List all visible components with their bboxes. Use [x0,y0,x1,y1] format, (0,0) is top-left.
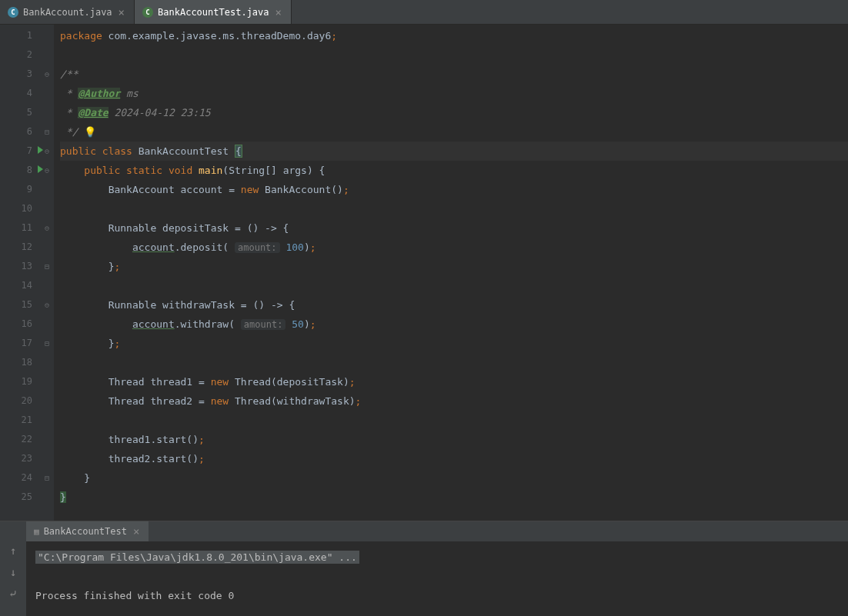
code-line[interactable] [60,199,848,218]
fold-icon[interactable]: ⊖ [40,65,54,84]
line-number: 16 [0,315,40,334]
run-tab[interactable]: ▦ BankAccountTest × [26,521,149,541]
intention-bulb-icon[interactable]: 💡 [84,122,96,142]
close-icon[interactable]: × [117,6,126,18]
fold-icon[interactable]: ⊟ [40,257,54,276]
code-line[interactable]: } [60,488,848,507]
line-number: 19 [0,372,40,391]
line-number: 13 [0,257,40,276]
tab-label: BankAccount.java [23,7,112,18]
code-line[interactable]: BankAccount account = new BankAccount(); [60,180,848,199]
code-line[interactable]: Thread thread1 = new Thread(depositTask)… [60,372,848,391]
code-line[interactable]: /** [60,65,848,84]
close-icon[interactable]: × [274,6,283,18]
tab-label: BankAccountTest.java [158,7,269,18]
code-line[interactable]: Runnable withdrawTask = () -> { [60,295,848,315]
line-number: 9 [0,180,40,199]
run-panel: ↑ ↓ ⤶ ▦ BankAccountTest × "C:\Program Fi… [0,521,848,616]
run-gutter-icon[interactable] [38,146,43,154]
run-tab-label: BankAccountTest [44,526,127,537]
line-number: 12 [0,238,40,257]
line-number: 23 [0,449,40,468]
line-number: 6 [0,122,40,142]
line-number: 8 [0,161,40,180]
code-line[interactable]: Thread thread2 = new Thread(withdrawTask… [60,391,848,411]
line-number: 21 [0,411,40,430]
console-command: "C:\Program Files\Java\jdk1.8.0_201\bin\… [35,551,359,564]
line-number: 7 [0,142,40,161]
code-line[interactable]: * @Author ms [60,84,848,103]
run-toolbar: ↑ ↓ ⤶ [0,521,26,616]
editor-tab-bar: C BankAccount.java × C BankAccountTest.j… [0,0,848,25]
line-number: 11 [0,218,40,238]
close-icon[interactable]: × [132,525,141,538]
fold-icon[interactable]: ⊖ [40,218,54,238]
console-exit-line: Process finished with exit code 0 [35,590,234,601]
code-line[interactable]: thread1.start(); [60,430,848,449]
line-number: 5 [0,103,40,122]
fold-icon[interactable]: ⊟ [40,122,54,142]
console-output[interactable]: "C:\Program Files\Java\jdk1.8.0_201\bin\… [26,541,848,616]
line-number: 18 [0,353,40,372]
arrow-down-icon[interactable]: ↓ [10,566,16,578]
code-line[interactable]: */ 💡 [60,122,848,142]
code-line[interactable]: public class BankAccountTest { [60,142,848,161]
fold-icon[interactable]: ⊟ [40,334,54,353]
line-number: 4 [0,84,40,103]
line-number: 2 [0,45,40,65]
code-line[interactable] [60,45,848,65]
line-number: 1 [0,26,40,45]
tab-bankaccount[interactable]: C BankAccount.java × [0,0,135,24]
run-gutter-icon[interactable] [38,165,43,173]
code-line[interactable]: account.deposit( amount: 100); [60,238,848,257]
fold-icon[interactable]: ⊖ [40,295,54,315]
line-number: 10 [0,199,40,218]
code-line[interactable] [60,353,848,372]
arrow-up-icon[interactable]: ↑ [10,544,16,557]
code-line[interactable]: }; [60,257,848,276]
line-number: 14 [0,276,40,295]
code-line[interactable]: Runnable depositTask = () -> { [60,218,848,238]
code-line[interactable]: package com.example.javase.ms.threadDemo… [60,26,848,45]
class-icon: C [8,7,18,18]
code-line[interactable]: account.withdraw( amount: 50); [60,315,848,334]
console-icon: ▦ [34,527,39,537]
line-number: 17 [0,334,40,353]
line-number: 22 [0,430,40,449]
line-gutter: 1 2 3 4 5 6 7 8 9 10 11 12 13 14 15 16 1… [0,25,40,521]
run-tab-bar: ▦ BankAccountTest × [26,521,848,541]
line-number: 24 [0,468,40,488]
wrap-icon[interactable]: ⤶ [8,588,18,600]
code-line[interactable] [60,411,848,430]
code-line[interactable]: } [60,468,848,488]
editor-area[interactable]: 1 2 3 4 5 6 7 8 9 10 11 12 13 14 15 16 1… [0,25,848,521]
code-line[interactable]: }; [60,334,848,353]
line-number: 25 [0,488,40,507]
code-line[interactable]: * @Date 2024-04-12 23:15 [60,103,848,122]
code-line[interactable]: thread2.start(); [60,449,848,468]
line-number: 3 [0,65,40,84]
code-line[interactable] [60,276,848,295]
code-column[interactable]: package com.example.javase.ms.threadDemo… [54,25,848,521]
tab-bankaccounttest[interactable]: C BankAccountTest.java × [135,0,292,24]
fold-column: ⊖ ⊟ ⊖ ⊖ ⊖ ⊟ ⊖ ⊟ ⊟ [40,25,54,521]
fold-icon[interactable]: ⊟ [40,468,54,488]
line-number: 20 [0,391,40,411]
code-line[interactable]: public static void main(String[] args) { [60,161,848,180]
class-run-icon: C [142,7,153,18]
line-number: 15 [0,295,40,315]
